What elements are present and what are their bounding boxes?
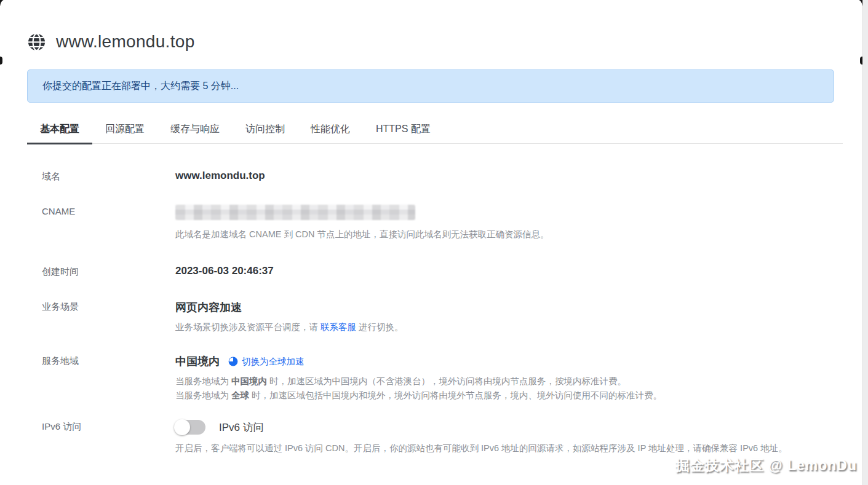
switch-to-global-link[interactable]: 切换为全球加速 [228, 356, 305, 368]
field-service-region-description: 当服务地域为 中国境内 时，加速区域为中国境内（不含港澳台），境外访问将由境内节… [175, 374, 841, 403]
field-ipv6-access: IPv6 访问 IPv6 访问 开启后，客户端将可以通过 IPv6 访问 CDN… [42, 420, 841, 455]
config-tabs: 基本配置 回源配置 缓存与响应 访问控制 性能优化 HTTPS 配置 [27, 118, 843, 144]
field-ipv6-access-label: IPv6 访问 [42, 420, 175, 433]
region-desc-line-1: 当服务地域为 中国境内 时，加速区域为中国境内（不含港澳台），境外访问将由境内节… [175, 374, 841, 388]
field-service-region-label: 服务地域 [42, 354, 175, 367]
basic-config-form: 域名 www.lemondu.top CNAME 此域名是加速域名 CNAME … [27, 170, 841, 455]
field-domain-value: www.lemondu.top [175, 170, 841, 182]
field-created-time-label: 创建时间 [42, 265, 175, 278]
field-created-time-value: 2023-06-03 20:46:37 [175, 265, 841, 277]
switch-to-global-label: 切换为全球加速 [242, 356, 305, 368]
ipv6-toggle-knob [174, 419, 190, 435]
globe-icon [27, 33, 46, 52]
field-business-scenario-label: 业务场景 [42, 300, 175, 313]
vertical-scrollbar[interactable] [862, 0, 868, 485]
region-desc-line-2: 当服务地域为 全球 时，加速区域包括中国境内和境外，境外访问将由境外节点服务，境… [175, 388, 841, 403]
screenshot-edge-artifact [860, 57, 862, 65]
page-header: www.lemondu.top [27, 32, 841, 52]
field-cname-value-redacted [175, 205, 415, 220]
field-business-scenario: 业务场景 网页内容加速 业务场景切换涉及资源平台调度，请 联系客服 进行切换。 [42, 300, 841, 334]
field-cname-label: CNAME [42, 205, 175, 216]
scenario-desc-suffix: 进行切换。 [356, 322, 404, 332]
scenario-desc-prefix: 业务场景切换涉及资源平台调度，请 [175, 322, 321, 332]
tab-https-config[interactable]: HTTPS 配置 [363, 118, 444, 143]
page-title: www.lemondu.top [56, 32, 195, 52]
field-service-region-value: 中国境内 [175, 354, 220, 369]
ipv6-toggle-label: IPv6 访问 [219, 420, 264, 435]
field-created-time: 创建时间 2023-06-03 20:46:37 [42, 265, 841, 278]
contact-support-link[interactable]: 联系客服 [321, 322, 356, 332]
global-acceleration-icon [228, 357, 238, 366]
tab-cache-response[interactable]: 缓存与响应 [157, 118, 233, 143]
tab-access-control[interactable]: 访问控制 [233, 118, 298, 143]
ipv6-toggle[interactable] [175, 420, 205, 435]
deployment-alert-text: 你提交的配置正在部署中，大约需要 5 分钟... [42, 80, 239, 93]
field-cname-description: 此域名是加速域名 CNAME 到 CDN 节点上的地址，直接访问此域名则无法获取… [175, 227, 841, 242]
watermark: 掘金技术社区 @ LemonDu [675, 456, 857, 475]
tab-origin-config[interactable]: 回源配置 [92, 118, 157, 143]
deployment-alert: 你提交的配置正在部署中，大约需要 5 分钟... [27, 69, 834, 103]
screenshot-corner-artifact [856, 0, 862, 6]
field-domain: 域名 www.lemondu.top [42, 170, 841, 183]
field-service-region: 服务地域 中国境内 切换为全球加速 当服务地 [42, 354, 841, 403]
field-cname: CNAME 此域名是加速域名 CNAME 到 CDN 节点上的地址，直接访问此域… [42, 205, 841, 242]
field-domain-label: 域名 [42, 170, 175, 183]
tab-performance[interactable]: 性能优化 [298, 118, 363, 143]
screenshot-edge-artifact [0, 57, 2, 65]
cdn-domain-config-page: www.lemondu.top 你提交的配置正在部署中，大约需要 5 分钟...… [0, 0, 868, 455]
screenshot-corner-artifact [0, 0, 7, 6]
field-business-scenario-description: 业务场景切换涉及资源平台调度，请 联系客服 进行切换。 [175, 320, 841, 334]
field-business-scenario-value: 网页内容加速 [175, 300, 841, 315]
tab-basic-config[interactable]: 基本配置 [27, 118, 92, 143]
field-ipv6-description: 开启后，客户端将可以通过 IPv6 访问 CDN。开启后，你的源站也有可能收到 … [175, 441, 800, 455]
